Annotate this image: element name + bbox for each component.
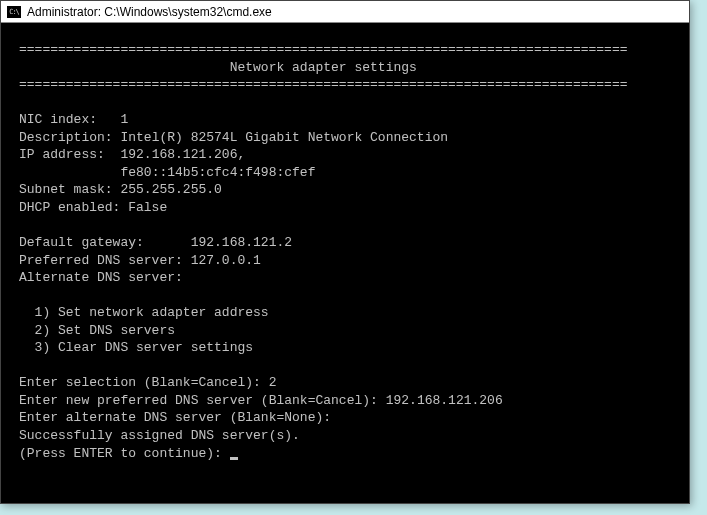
pref-dns-row: Preferred DNS server: 127.0.0.1 xyxy=(19,253,261,268)
prompt-pref-dns: Enter new preferred DNS server (Blank=Ca… xyxy=(19,393,503,408)
menu-option-2: 2) Set DNS servers xyxy=(19,323,175,338)
cursor-icon xyxy=(230,457,238,460)
header-title: Network adapter settings xyxy=(19,60,417,75)
prompt-selection: Enter selection (Blank=Cancel): 2 xyxy=(19,375,276,390)
ip-row: IP address: 192.168.121.206, xyxy=(19,147,245,162)
gateway-row: Default gateway: 192.168.121.2 xyxy=(19,235,292,250)
description-row: Description: Intel(R) 82574L Gigabit Net… xyxy=(19,130,448,145)
result-line: Successfully assigned DNS server(s). xyxy=(19,428,300,443)
menu-option-3: 3) Clear DNS server settings xyxy=(19,340,253,355)
ip-row-2: fe80::14b5:cfc4:f498:cfef xyxy=(19,165,315,180)
alt-dns-row: Alternate DNS server: xyxy=(19,270,183,285)
prompt-alt-dns: Enter alternate DNS server (Blank=None): xyxy=(19,410,331,425)
subnet-row: Subnet mask: 255.255.255.0 xyxy=(19,182,222,197)
console-area[interactable]: ========================================… xyxy=(1,23,689,503)
titlebar-text: Administrator: C:\Windows\system32\cmd.e… xyxy=(27,5,272,19)
dhcp-row: DHCP enabled: False xyxy=(19,200,167,215)
prompt-continue: (Press ENTER to continue): xyxy=(19,446,238,461)
menu-option-1: 1) Set network adapter address xyxy=(19,305,269,320)
cmd-window: C:\ Administrator: C:\Windows\system32\c… xyxy=(0,0,690,504)
divider-top: ========================================… xyxy=(19,42,628,57)
nic-index-row: NIC index: 1 xyxy=(19,112,128,127)
titlebar[interactable]: C:\ Administrator: C:\Windows\system32\c… xyxy=(1,1,689,23)
divider-bottom: ========================================… xyxy=(19,77,628,92)
cmd-icon: C:\ xyxy=(7,6,21,18)
